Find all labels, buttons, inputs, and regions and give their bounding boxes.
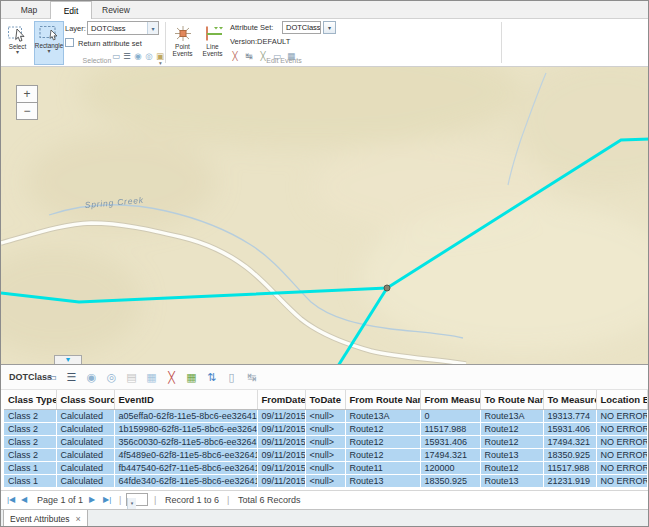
- table-cell[interactable]: 18350.925: [543, 448, 596, 461]
- table-cell[interactable]: <null>: [305, 474, 345, 487]
- table-cell[interactable]: Class 2: [4, 422, 56, 435]
- route-junction-marker[interactable]: [384, 285, 390, 291]
- rectangle-tool-button[interactable]: Rectangle ▾: [34, 21, 64, 65]
- sort-records-icon[interactable]: ⇅: [204, 369, 219, 385]
- table-cell[interactable]: 11517.988: [420, 422, 480, 435]
- table-cell[interactable]: 19313.774: [543, 409, 596, 422]
- split-event-icon[interactable]: ╳: [230, 50, 240, 62]
- pan-to-selected-icon[interactable]: ◎: [104, 369, 119, 385]
- zoom-out-button[interactable]: −: [16, 102, 38, 120]
- select-records-icon[interactable]: ▭: [44, 369, 59, 385]
- save-edits-icon[interactable]: ▤: [124, 369, 139, 385]
- column-header-class-source[interactable]: Class Source: [56, 390, 114, 409]
- column-header-to-measure[interactable]: To Measure: [543, 390, 596, 409]
- table-cell[interactable]: Route12: [345, 448, 420, 461]
- select-by-box-icon[interactable]: ▭: [111, 50, 121, 62]
- table-cell[interactable]: 09/11/2015: [257, 409, 305, 422]
- record-form-icon[interactable]: ▯: [224, 369, 239, 385]
- return-attribute-set-checkbox[interactable]: [65, 38, 74, 47]
- table-row[interactable]: Class 2Calculated356c0030-62f8-11e5-8bc6…: [4, 435, 647, 448]
- measure-ranges-icon[interactable]: ↹: [244, 369, 259, 385]
- add-records-icon[interactable]: ▦: [184, 369, 199, 385]
- table-cell[interactable]: Route13A: [345, 409, 420, 422]
- table-cell[interactable]: Route12: [345, 422, 420, 435]
- zoom-in-button[interactable]: +: [16, 85, 38, 103]
- table-cell[interactable]: Calculated: [56, 448, 114, 461]
- merge-events-icon[interactable]: ↹: [244, 50, 254, 62]
- attribute-view-icon[interactable]: ▦: [144, 369, 159, 385]
- table-cell[interactable]: Calculated: [56, 461, 114, 474]
- last-page-button[interactable]: ▶|: [103, 495, 111, 504]
- table-cell[interactable]: <null>: [305, 435, 345, 448]
- table-cell[interactable]: Calculated: [56, 474, 114, 487]
- table-cell[interactable]: Class 2: [4, 448, 56, 461]
- column-header-class-type[interactable]: Class Type: [4, 390, 56, 409]
- table-cell[interactable]: Route13: [480, 448, 543, 461]
- table-row[interactable]: Class 2Calculated4f5489e0-62f8-11e5-8bc6…: [4, 448, 647, 461]
- point-events-button[interactable]: Point Events: [168, 22, 197, 65]
- map-canvas[interactable]: Spring Creek + − ▼: [1, 67, 649, 364]
- attribute-set-arrow-button[interactable]: ▾: [323, 21, 336, 34]
- table-cell[interactable]: 09/11/2015: [257, 474, 305, 487]
- table-cell[interactable]: 09/11/2015: [257, 448, 305, 461]
- table-cell[interactable]: a05effa0-62f8-11e5-8bc6-ee32641d5ec9: [114, 409, 257, 422]
- selection-list-icon[interactable]: ☰: [122, 50, 132, 62]
- table-cell[interactable]: 120000: [420, 461, 480, 474]
- table-row[interactable]: Class 2Calculated1b159980-62f8-11e5-8bc6…: [4, 422, 647, 435]
- table-cell[interactable]: 11517.988: [543, 461, 596, 474]
- table-cell[interactable]: <null>: [305, 422, 345, 435]
- tab-event-attributes[interactable]: Event Attributes ×: [3, 510, 88, 527]
- column-header-fromdate[interactable]: FromDate: [257, 390, 305, 409]
- table-cell[interactable]: NO ERROR: [596, 448, 647, 461]
- table-cell[interactable]: 64fde340-62f8-11e5-8bc6-ee32641d5ec9: [114, 474, 257, 487]
- table-cell[interactable]: Class 2: [4, 409, 56, 422]
- table-cell[interactable]: Calculated: [56, 409, 114, 422]
- column-header-todate[interactable]: ToDate: [305, 390, 345, 409]
- table-cell[interactable]: Route12: [480, 422, 543, 435]
- table-cell[interactable]: Class 1: [4, 461, 56, 474]
- first-page-button[interactable]: |◀: [7, 495, 15, 504]
- page-selector[interactable]: 1 ▾: [126, 493, 148, 506]
- table-cell[interactable]: Calculated: [56, 435, 114, 448]
- table-cell[interactable]: 0: [420, 409, 480, 422]
- table-cell[interactable]: Class 2: [4, 435, 56, 448]
- table-cell[interactable]: 15931.406: [543, 422, 596, 435]
- panel-collapse-tab[interactable]: ▼: [54, 355, 82, 364]
- table-cell[interactable]: 09/11/2015: [257, 461, 305, 474]
- ribbon-tab-map[interactable]: Map: [8, 1, 50, 18]
- previous-page-button[interactable]: ◀: [21, 495, 27, 504]
- table-cell[interactable]: 21231.919: [543, 474, 596, 487]
- zoom-to-selection-icon[interactable]: ◉: [133, 50, 143, 62]
- delete-records-icon[interactable]: ╳: [164, 369, 179, 385]
- table-cell[interactable]: 09/11/2015: [257, 435, 305, 448]
- selection-options-caret-icon[interactable]: ▾: [159, 60, 162, 66]
- column-header-to-route-name[interactable]: To Route Name: [480, 390, 543, 409]
- zoom-to-selected-icon[interactable]: ◉: [84, 369, 99, 385]
- table-cell[interactable]: Route12: [345, 435, 420, 448]
- ribbon-tab-review[interactable]: Review: [92, 1, 140, 18]
- table-cell[interactable]: Route13: [480, 474, 543, 487]
- column-header-eventid[interactable]: EventID: [114, 390, 257, 409]
- pan-to-selection-icon[interactable]: ◎: [144, 50, 154, 62]
- table-cell[interactable]: 15931.406: [420, 435, 480, 448]
- table-row[interactable]: Class 1Calculatedfb447540-62f7-11e5-8bc6…: [4, 461, 647, 474]
- select-tool-button[interactable]: Select ▾: [3, 22, 32, 65]
- table-cell[interactable]: Route12: [480, 461, 543, 474]
- table-menu-icon[interactable]: ☰: [64, 369, 79, 385]
- column-header-location-error[interactable]: Location Error: [596, 390, 647, 409]
- table-cell[interactable]: Route13A: [480, 409, 543, 422]
- table-cell[interactable]: Calculated: [56, 422, 114, 435]
- table-cell[interactable]: 356c0030-62f8-11e5-8bc6-ee32641d5ec9: [114, 435, 257, 448]
- table-cell[interactable]: 09/11/2015: [257, 422, 305, 435]
- table-cell[interactable]: <null>: [305, 461, 345, 474]
- table-cell[interactable]: NO ERROR: [596, 409, 647, 422]
- table-cell[interactable]: Route12: [480, 435, 543, 448]
- table-cell[interactable]: NO ERROR: [596, 422, 647, 435]
- attribute-set-dropdown[interactable]: DOTClass: [282, 21, 321, 34]
- ribbon-tab-edit[interactable]: Edit: [50, 1, 92, 19]
- table-cell[interactable]: Class 1: [4, 474, 56, 487]
- table-cell[interactable]: NO ERROR: [596, 474, 647, 487]
- tab-close-icon[interactable]: ×: [76, 515, 81, 523]
- table-cell[interactable]: 1b159980-62f8-11e5-8bc6-ee32641d5ec9: [114, 422, 257, 435]
- table-row[interactable]: Class 2Calculateda05effa0-62f8-11e5-8bc6…: [4, 409, 647, 422]
